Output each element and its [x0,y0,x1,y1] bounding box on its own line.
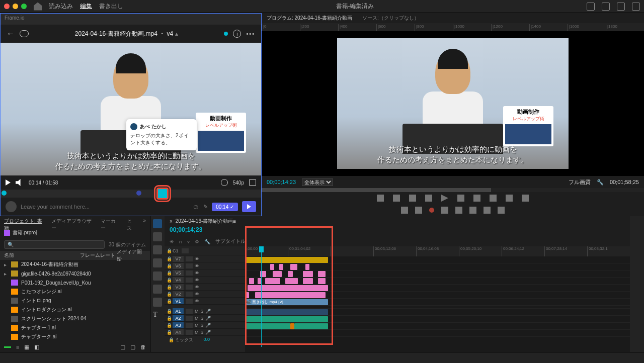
btn-icon[interactable] [498,207,505,214]
tab-history[interactable]: ヒス [127,218,136,225]
marker-icon[interactable] [2,191,7,196]
playhead[interactable] [261,246,262,347]
back-icon[interactable]: ← [7,29,15,38]
ripple-tool[interactable] [153,245,162,254]
video-track-header[interactable]: 🔒V2👁 [165,291,245,298]
wrench-icon[interactable]: 🔧 [204,239,210,244]
col-media-start[interactable]: メディア開始 [117,248,146,262]
project-item[interactable]: チャプター 1.ai [0,323,150,332]
clip[interactable] [273,271,282,277]
clip[interactable] [288,271,293,277]
program-scrubber[interactable] [262,188,644,192]
clip[interactable] [305,264,309,270]
view-freeform-icon[interactable]: ◧ [34,344,39,350]
program-ruler[interactable]: |0|200|400|600|800|1000|1200|1400|1600|1… [262,24,644,31]
col-framerate[interactable]: フレームレート [80,252,117,259]
pen-tool[interactable] [153,285,162,294]
hand-tool[interactable] [153,298,162,307]
clip[interactable] [255,292,326,298]
mark-in-icon[interactable] [377,195,384,202]
workspace-icon[interactable] [587,3,595,11]
volume-icon[interactable] [16,179,24,186]
btn-icon[interactable] [429,208,434,213]
extract-icon[interactable] [506,195,513,202]
clip[interactable] [245,316,328,322]
view-icon-icon[interactable]: ▦ [24,344,29,350]
btn-icon[interactable] [469,207,476,214]
caption-toggle[interactable] [182,248,189,253]
clip[interactable]: 📹 書き出し.mp4 [V] [245,299,328,305]
timeline-timecode[interactable]: 00;00;14;23 [165,226,630,236]
clip[interactable] [245,309,328,315]
clip[interactable] [318,271,326,277]
audio-track-header[interactable]: 🔒A3MS🎤 [165,322,245,329]
video-track-header[interactable]: 🔒V4👁 [165,277,245,284]
btn-icon[interactable] [484,207,491,214]
comment-input[interactable] [21,204,188,210]
project-item[interactable]: こたつオレンジ.ai [0,287,150,296]
audio-track-header[interactable]: 🔒A4MS🎤 [165,329,245,336]
project-item[interactable]: イントロダクション.ai [0,305,150,314]
frameio-video[interactable]: 動画制作 レベルアップ術 技術本というよりかは効率的に動画を 作るための考え方を… [1,43,261,175]
play-icon[interactable] [441,195,448,202]
step-back-icon[interactable] [425,195,432,202]
video-track-header[interactable]: 🔒V5👁 [165,269,245,277]
clip[interactable] [303,278,313,284]
program-video[interactable]: 動画制作レベルアップ術 技術本というよりかは効率的に動画を作るための考え方をまと… [262,31,644,176]
project-search[interactable] [4,240,105,249]
tab-program[interactable]: プログラム: 2024-04-16-書籍紹介動画 [267,15,352,22]
project-item[interactable]: チャプターク.ai [0,332,150,341]
project-item[interactable]: スクリーンショット 2024-04 [0,314,150,323]
play-button[interactable] [6,179,11,186]
tab-media-browser[interactable]: メディアブラウザー [51,218,94,225]
tab-overflow[interactable]: » [143,218,146,225]
link-icon[interactable]: ∩ [179,239,182,244]
tab-markers[interactable]: マーカー [101,218,119,225]
project-item[interactable]: イントロ.png [0,296,150,305]
program-timecode[interactable]: 00;00;14;23 [267,179,296,185]
video-track-header[interactable]: 🔒V6👁 [165,262,245,269]
share-icon[interactable] [602,3,610,11]
resolution[interactable]: 540p [233,180,244,186]
clip[interactable] [265,278,280,284]
emoji-icon[interactable]: ☺ [192,203,199,211]
draw-icon[interactable]: ✎ [203,204,208,210]
window-controls[interactable] [4,4,27,9]
settings-icon[interactable]: ⚙ [195,239,199,244]
track-select-tool[interactable] [153,232,162,241]
clip[interactable] [245,257,328,263]
menu-edit[interactable]: 編集 [80,2,92,11]
step-fwd-icon[interactable] [457,195,464,202]
project-item[interactable]: ▸gigafile-0426-8e2a09740284d0 [0,269,150,278]
mark-out-icon[interactable] [393,195,400,202]
timecode-badge[interactable]: 00:14 ✓ [212,203,238,211]
settings-icon[interactable] [221,179,228,186]
frameio-timeline[interactable] [1,190,261,198]
audio-track-header[interactable]: 🔒A1MS🎤 [165,308,245,315]
goto-in-icon[interactable] [409,195,416,202]
new-bin-icon[interactable]: ▢ [120,344,125,350]
goto-out-icon[interactable] [473,195,480,202]
selection-tool[interactable] [153,219,162,228]
slip-tool[interactable] [153,271,162,281]
project-item[interactable]: P001-192_DougaLevelUp_Kou [0,278,150,287]
comments-icon[interactable] [20,30,29,37]
clip[interactable] [303,271,313,277]
clip[interactable] [245,323,290,329]
clip[interactable] [248,285,328,291]
fit-select[interactable]: 全体表示 [302,178,333,186]
clip[interactable] [245,292,249,298]
maximize-window[interactable] [21,4,27,9]
col-name[interactable]: 名前 [4,252,80,259]
minimize-window[interactable] [13,4,18,9]
clip[interactable] [270,264,274,270]
menu-import[interactable]: 読み込み [49,2,73,11]
fullscreen-icon[interactable] [632,3,640,11]
razor-tool[interactable] [153,258,162,267]
info-icon[interactable]: i [233,30,241,38]
marker-icon[interactable]: ▿ [187,239,190,244]
tab-source[interactable]: ソース:（クリップなし） [362,15,419,22]
active-marker-icon[interactable] [156,188,169,200]
clip-title[interactable]: 2024-04-16-書籍紹介動画.mp4 ・ v4 ▴ [34,30,219,38]
clip[interactable] [285,278,298,284]
